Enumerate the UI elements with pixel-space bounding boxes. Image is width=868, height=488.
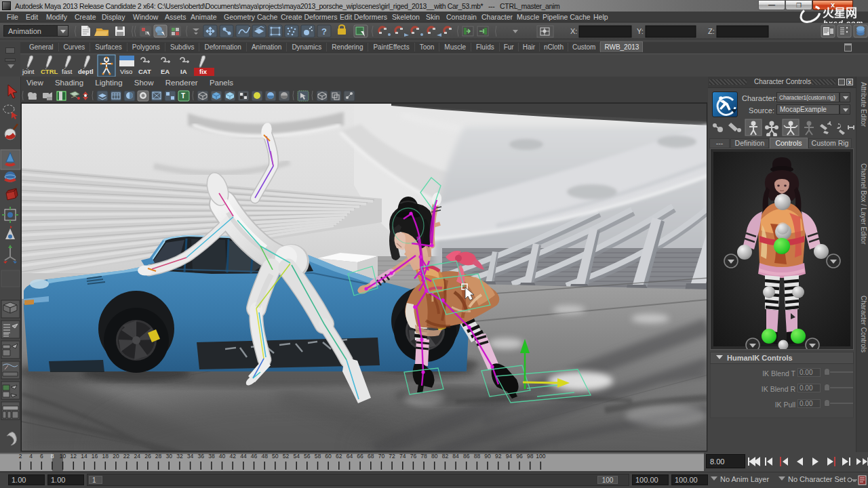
svg-text:30: 30: [165, 453, 172, 460]
svg-text:Z:: Z:: [708, 27, 715, 35]
svg-text:76: 76: [410, 453, 417, 460]
svg-text:48: 48: [261, 453, 268, 460]
svg-text:44: 44: [240, 453, 247, 460]
svg-text:6: 6: [40, 453, 43, 460]
svg-text:36: 36: [197, 453, 204, 460]
svg-text:14: 14: [81, 453, 87, 460]
svg-text:38: 38: [208, 453, 215, 460]
svg-text:IA: IA: [180, 68, 187, 75]
svg-text:84: 84: [452, 453, 459, 460]
svg-text:28: 28: [155, 453, 162, 460]
svg-text:74: 74: [399, 453, 406, 460]
svg-text:54: 54: [293, 453, 300, 460]
svg-text:T: T: [181, 92, 185, 100]
svg-text:?: ?: [321, 26, 327, 37]
svg-text:96: 96: [516, 453, 523, 460]
svg-text:80: 80: [431, 453, 438, 460]
svg-text:64: 64: [347, 453, 353, 460]
svg-text:deptl: deptl: [78, 68, 94, 75]
svg-text:Viso: Viso: [120, 68, 132, 75]
svg-text:56: 56: [304, 453, 311, 460]
svg-text:24: 24: [134, 453, 141, 460]
svg-text:Y:: Y:: [637, 27, 644, 35]
svg-text:82: 82: [442, 453, 449, 460]
svg-text:CTRL: CTRL: [41, 68, 58, 75]
svg-text:40: 40: [219, 453, 226, 460]
svg-text:58: 58: [315, 453, 321, 460]
svg-text:2: 2: [19, 453, 22, 460]
svg-text:8: 8: [51, 453, 54, 460]
svg-text:18: 18: [102, 453, 109, 460]
svg-text:70: 70: [378, 453, 385, 460]
svg-text:26: 26: [144, 453, 151, 460]
svg-text:EA: EA: [161, 68, 170, 75]
svg-text:4: 4: [29, 453, 33, 460]
svg-text:78: 78: [420, 453, 427, 460]
svg-text:98: 98: [527, 453, 534, 460]
svg-text:68: 68: [368, 453, 374, 460]
svg-text:12: 12: [71, 453, 77, 460]
svg-text:20: 20: [113, 453, 119, 460]
svg-text:22: 22: [123, 453, 130, 460]
svg-text:50: 50: [272, 453, 279, 460]
svg-text:66: 66: [357, 453, 363, 460]
svg-text:10: 10: [60, 453, 66, 460]
svg-text:94: 94: [506, 453, 513, 460]
svg-text:fix: fix: [199, 68, 208, 75]
svg-text:92: 92: [495, 453, 502, 460]
svg-text:fast: fast: [62, 68, 73, 75]
svg-text:100: 100: [536, 453, 545, 460]
svg-text:42: 42: [229, 453, 236, 460]
svg-text:62: 62: [336, 453, 342, 460]
svg-text:60: 60: [325, 453, 332, 460]
svg-text:46: 46: [251, 453, 258, 460]
svg-text:16: 16: [92, 453, 98, 460]
svg-text:火星网: 火星网: [823, 7, 857, 20]
svg-text:joint: joint: [22, 68, 35, 75]
svg-text:88: 88: [474, 453, 481, 460]
svg-text:32: 32: [176, 453, 183, 460]
svg-text:CAT: CAT: [138, 68, 151, 75]
svg-text:72: 72: [389, 453, 395, 460]
svg-text:52: 52: [283, 453, 290, 460]
svg-text:86: 86: [463, 453, 470, 460]
svg-text:90: 90: [484, 453, 491, 460]
svg-text:34: 34: [187, 453, 194, 460]
svg-text:X:: X:: [570, 27, 577, 35]
